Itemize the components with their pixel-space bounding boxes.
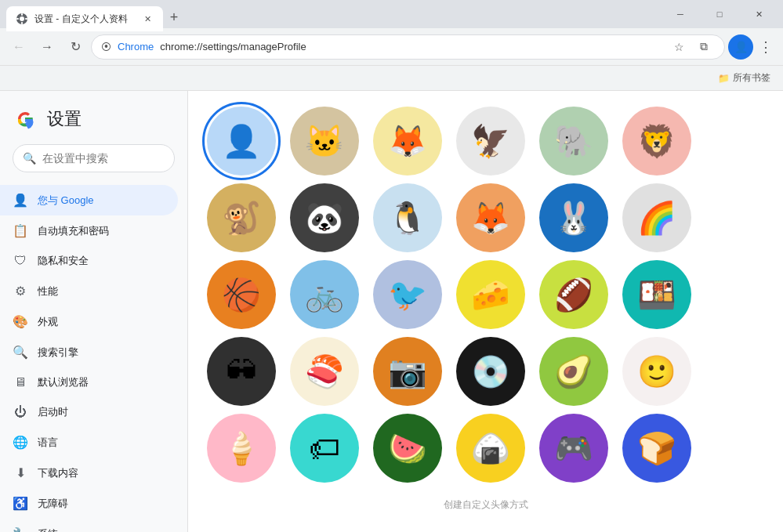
sidebar-item-startup[interactable]: ⏻启动时: [0, 397, 178, 427]
avatar-11[interactable]: 🐰: [539, 183, 608, 252]
sidebar-header: 设置: [0, 91, 187, 138]
chrome-brand-label: Chrome: [118, 41, 154, 52]
avatar-24[interactable]: 🙂: [622, 337, 691, 406]
tab-strip: 设置 - 自定义个人资料 ✕ +: [6, 0, 662, 28]
avatar-15[interactable]: 🐦: [373, 260, 442, 329]
google-logo: [13, 107, 38, 132]
settings-title: 设置: [47, 107, 82, 131]
profile-button[interactable]: 👤: [728, 34, 753, 60]
sidebar-nav: 👤您与 Google📋自动填充和密码🛡隐私和安全⚙性能🎨外观🔍搜索引擎🖥默认浏览…: [0, 185, 187, 532]
split-screen-button[interactable]: ⧉: [693, 36, 715, 58]
reload-button[interactable]: ↻: [63, 34, 88, 60]
nav-icon-autofill: 📋: [13, 223, 28, 238]
search-bar[interactable]: 🔍: [13, 144, 175, 172]
avatar-9[interactable]: 🐧: [373, 183, 442, 252]
avatar-16[interactable]: 🧀: [456, 260, 525, 329]
avatar-23[interactable]: 🥑: [539, 337, 608, 406]
sidebar-item-autofill[interactable]: 📋自动填充和密码: [0, 215, 178, 246]
address-bar[interactable]: ⦿ Chrome chrome://settings/manageProfile…: [91, 34, 725, 60]
tab-close-button[interactable]: ✕: [141, 13, 154, 25]
sidebar-item-search[interactable]: 🔍搜索引擎: [0, 337, 178, 367]
avatar-6[interactable]: 🦁: [622, 107, 691, 176]
avatar-1[interactable]: 👤: [207, 107, 276, 176]
nav-icon-google: 👤: [13, 193, 28, 208]
sidebar-item-performance[interactable]: ⚙性能: [0, 276, 178, 306]
sidebar: 设置 🔍 👤您与 Google📋自动填充和密码🛡隐私和安全⚙性能🎨外观🔍搜索引擎…: [0, 91, 188, 532]
nav-label-autofill: 自动填充和密码: [38, 224, 109, 238]
minimize-button[interactable]: ─: [662, 2, 698, 27]
avatar-29[interactable]: 🎮: [539, 414, 608, 483]
address-text: chrome://settings/manageProfile: [160, 41, 662, 52]
sidebar-item-appearance[interactable]: 🎨外观: [0, 306, 178, 337]
main-layout: 设置 🔍 👤您与 Google📋自动填充和密码🛡隐私和安全⚙性能🎨外观🔍搜索引擎…: [0, 91, 783, 532]
bookmarks-bar: 📁 所有书签: [0, 66, 783, 91]
sidebar-item-accessibility[interactable]: ♿无障碍: [0, 488, 178, 519]
avatar-28[interactable]: 🍙: [456, 414, 525, 483]
nav-label-download: 下载内容: [38, 466, 78, 480]
svg-rect-3: [21, 22, 23, 24]
avatar-30[interactable]: 🍞: [622, 414, 691, 483]
nav-label-google: 您与 Google: [38, 194, 94, 208]
nav-label-appearance: 外观: [38, 315, 58, 329]
avatar-22[interactable]: 💿: [456, 337, 525, 406]
avatar-3[interactable]: 🦊: [373, 107, 442, 176]
nav-icon-performance: ⚙: [13, 284, 28, 299]
avatar-14[interactable]: 🚲: [290, 260, 359, 329]
avatar-17[interactable]: 🏈: [539, 260, 608, 329]
avatar-4[interactable]: 🦅: [456, 107, 525, 176]
nav-icon-system: 🔧: [13, 527, 28, 532]
avatar-13[interactable]: 🏀: [207, 260, 276, 329]
avatar-26[interactable]: 🏷: [290, 414, 359, 483]
titlebar: 设置 - 自定义个人资料 ✕ + ─ □ ✕: [0, 0, 783, 28]
back-button[interactable]: ←: [6, 34, 31, 60]
all-bookmarks-button[interactable]: 📁 所有书签: [712, 69, 777, 88]
avatar-19[interactable]: 🕶: [207, 337, 276, 406]
sidebar-item-google[interactable]: 👤您与 Google: [0, 185, 178, 215]
avatar-7[interactable]: 🐒: [207, 183, 276, 252]
all-bookmarks-label: 所有书签: [733, 71, 770, 85]
nav-label-performance: 性能: [38, 284, 58, 299]
nav-icon-appearance: 🎨: [13, 314, 28, 329]
avatar-21[interactable]: 📷: [373, 337, 442, 406]
settings-tab-icon: [16, 13, 28, 25]
svg-rect-5: [25, 18, 27, 20]
sidebar-item-download[interactable]: ⬇下载内容: [0, 458, 178, 488]
new-tab-button[interactable]: +: [163, 6, 185, 28]
svg-point-1: [20, 16, 24, 21]
nav-icon-search: 🔍: [13, 345, 28, 360]
nav-icon-accessibility: ♿: [13, 496, 28, 511]
sidebar-item-privacy[interactable]: 🛡隐私和安全: [0, 246, 178, 276]
forward-button[interactable]: →: [34, 34, 60, 60]
avatar-12[interactable]: 🌈: [622, 183, 691, 252]
avatar-10[interactable]: 🦊: [456, 183, 525, 252]
avatar-20[interactable]: 🍣: [290, 337, 359, 406]
sidebar-item-browser[interactable]: 🖥默认浏览器: [0, 367, 178, 397]
nav-label-browser: 默认浏览器: [38, 375, 89, 389]
nav-icon-download: ⬇: [13, 465, 28, 480]
close-button[interactable]: ✕: [741, 2, 777, 27]
svg-rect-4: [16, 18, 19, 20]
maximize-button[interactable]: □: [701, 2, 738, 27]
avatar-25[interactable]: 🍦: [207, 414, 276, 483]
nav-icon-privacy: 🛡: [13, 254, 28, 268]
svg-rect-2: [21, 13, 23, 16]
search-icon: 🔍: [23, 152, 36, 165]
avatar-27[interactable]: 🍉: [373, 414, 442, 483]
nav-icon-language: 🌐: [13, 435, 28, 450]
avatar-18[interactable]: 🍱: [622, 260, 691, 329]
nav-label-privacy: 隐私和安全: [38, 254, 89, 268]
avatar-2[interactable]: 🐱: [290, 107, 359, 176]
nav-label-language: 语言: [38, 436, 58, 450]
search-input[interactable]: [42, 152, 179, 165]
active-tab[interactable]: 设置 - 自定义个人资料 ✕: [6, 6, 163, 31]
avatar-5[interactable]: 🐘: [539, 107, 608, 176]
menu-button[interactable]: ⋮: [755, 36, 777, 58]
sidebar-item-system[interactable]: 🔧系统: [0, 519, 178, 532]
toolbar-right: 👤 ⋮: [728, 34, 777, 60]
avatar-8[interactable]: 🐼: [290, 183, 359, 252]
nav-label-accessibility: 无障碍: [38, 497, 68, 511]
toolbar: ← → ↻ ⦿ Chrome chrome://settings/manageP…: [0, 28, 783, 66]
avatar-grid: 👤🐱🦊🦅🐘🦁🐒🐼🐧🦊🐰🌈🏀🚲🐦🧀🏈🍱🕶🍣📷💿🥑🙂🍦🏷🍉🍙🎮🍞: [188, 91, 783, 498]
sidebar-item-language[interactable]: 🌐语言: [0, 427, 178, 458]
bookmark-button[interactable]: ☆: [668, 36, 690, 58]
